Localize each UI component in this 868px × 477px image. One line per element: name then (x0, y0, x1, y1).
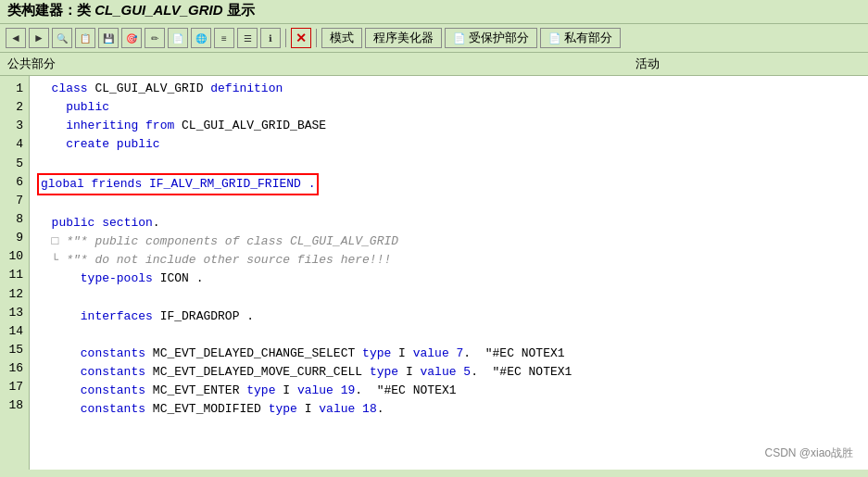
separator1 (285, 29, 286, 47)
separator2 (316, 29, 317, 47)
line-number: 17 (6, 378, 23, 396)
code-line: interfaces IF_DRAGDROP . (37, 308, 861, 326)
list-icon: 📋 (80, 33, 91, 44)
pencil-icon: ✏ (151, 33, 158, 44)
copy-icon: 📄 (172, 33, 183, 44)
constant-code: constants MC_EVT_ENTER type I value 19. … (37, 383, 457, 397)
line-number: 1 (6, 80, 23, 98)
line-number: 9 (6, 229, 23, 247)
info-icon: ℹ (269, 33, 272, 44)
title-bar: 类构建器：类 CL_GUI_ALV_GRID 显示 (0, 0, 868, 24)
back-btn[interactable]: ◄ (6, 28, 26, 48)
normal-code (37, 328, 44, 342)
comment-code: └ *"* do not include other source files … (37, 253, 391, 267)
line-number: 11 (6, 266, 23, 284)
layout-icon: ≡ (221, 33, 227, 44)
line-number: 4 (6, 135, 23, 154)
code-line (37, 155, 861, 173)
protected-icon: 📄 (453, 32, 466, 44)
protected-label: 受保护部分 (469, 30, 529, 46)
line-number: 7 (6, 192, 23, 210)
highlighted-code: global friends IF_ALV_RM_GRID_FRIEND . (37, 173, 319, 195)
list2-btn[interactable]: ☰ (237, 28, 258, 48)
layout-btn[interactable]: ≡ (214, 28, 234, 48)
forward-btn[interactable]: ► (29, 28, 49, 48)
line-number: 6 (6, 173, 23, 192)
code-line: constants MC_EVT_DELAYED_CHANGE_SELECT t… (37, 345, 861, 363)
protected-btn[interactable]: 📄 受保护部分 (445, 28, 537, 48)
save-btn[interactable]: 💾 (98, 28, 119, 48)
line-number: 3 (6, 117, 23, 135)
private-icon: 📄 (548, 32, 561, 44)
list-btn[interactable]: 📋 (75, 28, 95, 48)
forward-icon: ► (33, 31, 44, 44)
normal-code (37, 291, 44, 305)
line-number: 2 (6, 98, 23, 117)
normal-code: create public (37, 137, 160, 151)
line-numbers: 123456789101112131415161718 (0, 76, 30, 470)
search-icon: 🔍 (57, 33, 68, 44)
normal-code: type-pools ICON . (37, 271, 203, 285)
title-classname: CL_GUI_ALV_GRID (94, 2, 222, 18)
copy-btn[interactable]: 📄 (168, 28, 188, 48)
watermark: CSDN @xiao战胜 (764, 445, 853, 462)
target-btn[interactable]: 🎯 (121, 28, 142, 48)
beautify-btn[interactable]: 程序美化器 (365, 28, 442, 48)
target-icon: 🎯 (126, 33, 137, 44)
beautify-label: 程序美化器 (373, 30, 434, 46)
line-number: 14 (6, 322, 23, 341)
code-line (37, 289, 861, 308)
code-line: create public (37, 135, 861, 154)
public-section-label: 公共部分 (7, 56, 434, 72)
code-line: public (37, 98, 861, 117)
code-line: public section. (37, 214, 861, 232)
line-number: 12 (6, 285, 23, 304)
code-area: 123456789101112131415161718 class CL_GUI… (0, 76, 868, 470)
section-headers: 公共部分 活动 (0, 53, 868, 76)
mode-btn[interactable]: 模式 (321, 28, 362, 48)
code-line: constants MC_EVT_ENTER type I value 19. … (37, 382, 861, 400)
active-section-label: 活动 (434, 56, 862, 72)
line-number: 18 (6, 396, 23, 415)
code-line: type-pools ICON . (37, 270, 861, 288)
code-line: □ *"* public components of class CL_GUI_… (37, 232, 861, 251)
code-line: └ *"* do not include other source files … (37, 251, 861, 270)
code-line: constants MC_EVT_MODIFIED type I value 1… (37, 400, 861, 419)
normal-code (37, 197, 44, 211)
line-number: 8 (6, 210, 23, 229)
private-btn[interactable]: 📄 私有部分 (540, 28, 621, 48)
back-icon: ◄ (10, 31, 21, 44)
title-prefix: 类构建器：类 (7, 2, 94, 18)
line-number: 10 (6, 247, 23, 266)
private-label: 私有部分 (564, 30, 612, 46)
network-icon: 🌐 (195, 33, 207, 44)
mode-label: 模式 (330, 30, 354, 46)
toolbar: ◄ ► 🔍 📋 💾 🎯 ✏ 📄 🌐 ≡ ☰ ℹ ✕ 模式 程序美化器 (0, 24, 868, 53)
constant-code: constants MC_EVT_MODIFIED type I value 1… (37, 402, 384, 416)
save-icon: 💾 (103, 33, 114, 44)
code-content[interactable]: class CL_GUI_ALV_GRID definition public … (30, 76, 868, 470)
constant-code: constants MC_EVT_DELAYED_CHANGE_SELECT t… (37, 346, 565, 360)
line-number: 15 (6, 341, 23, 359)
code-line: inheriting from CL_GUI_ALV_GRID_BASE (37, 117, 861, 135)
normal-code (37, 157, 44, 170)
code-line: constants MC_EVT_DELAYED_MOVE_CURR_CELL … (37, 363, 861, 382)
stop-btn[interactable]: ✕ (291, 28, 311, 48)
code-line: global friends IF_ALV_RM_GRID_FRIEND . (37, 173, 861, 195)
network-btn[interactable]: 🌐 (191, 28, 211, 48)
constant-code: constants MC_EVT_DELAYED_MOVE_CURR_CELL … (37, 365, 572, 379)
normal-code: public (37, 100, 109, 114)
normal-code: inheriting from CL_GUI_ALV_GRID_BASE (37, 119, 326, 132)
search-btn[interactable]: 🔍 (52, 28, 72, 48)
line-number: 5 (6, 155, 23, 173)
normal-code: interfaces IF_DRAGDROP . (37, 309, 254, 323)
normal-code: class CL_GUI_ALV_GRID definition (37, 82, 283, 95)
normal-code: public section. (37, 216, 160, 230)
code-line (37, 195, 861, 214)
pencil-btn[interactable]: ✏ (145, 28, 165, 48)
stop-icon: ✕ (296, 31, 307, 45)
info-btn[interactable]: ℹ (260, 28, 281, 48)
code-line: class CL_GUI_ALV_GRID definition (37, 80, 861, 98)
line-number: 16 (6, 359, 23, 378)
code-line (37, 326, 861, 345)
